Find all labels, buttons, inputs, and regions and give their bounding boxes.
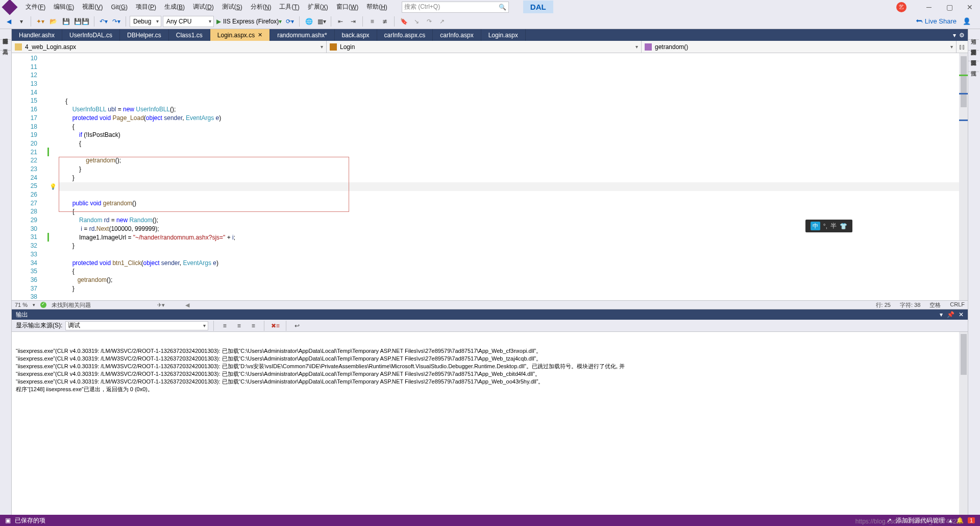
document-tab[interactable]: Handler.ashx	[12, 29, 62, 41]
output-tool-icon[interactable]: ≡	[233, 320, 244, 331]
document-tab[interactable]: carInfo.aspx.cs	[377, 29, 433, 41]
status-ins: 空格	[929, 301, 941, 309]
ime-badge[interactable]: 中 °, 半 👕	[805, 220, 852, 232]
new-item-button[interactable]: ✦▾	[35, 16, 46, 27]
minimize-button[interactable]: ─	[919, 1, 939, 14]
menu-item[interactable]: 分析(N)	[247, 1, 276, 13]
panel-close-icon[interactable]: ✕	[959, 311, 964, 318]
menu-item[interactable]: 视图(V)	[78, 1, 107, 13]
avatar[interactable]: 艺	[896, 2, 906, 12]
status-ok-icon	[40, 302, 46, 308]
save-all-button[interactable]: 💾💾	[73, 16, 90, 27]
menu-item[interactable]: 调试(D)	[189, 1, 218, 13]
output-tool-icon[interactable]: ≡	[248, 320, 259, 331]
code-editor[interactable]: 1011121314151617181920212223242526272829…	[12, 53, 968, 300]
step-out-icon[interactable]: ↗	[436, 16, 448, 27]
output-scrollbar-v[interactable]	[959, 332, 968, 518]
nav-split-icon[interactable]: ⫿⫿	[957, 41, 968, 53]
ime-lang: 中	[811, 222, 820, 230]
dal-button[interactable]: DAL	[523, 1, 553, 13]
menu-item[interactable]: 项目(P)	[132, 1, 160, 13]
nav-fwd-button[interactable]: ▾	[16, 16, 27, 27]
nav-class-label: Login	[340, 43, 355, 51]
document-tab[interactable]: Login.aspx.cs✕	[210, 29, 270, 41]
menu-item[interactable]: 编辑(E)	[50, 1, 78, 13]
comment-icon[interactable]: ≡	[366, 16, 378, 27]
nav-left-icon[interactable]: ◀	[185, 302, 189, 308]
tab-overflow-icon[interactable]: ▾	[953, 32, 956, 39]
lightbulb-icon[interactable]: 💡	[50, 182, 57, 191]
toolbar: ◀ ▾ ✦▾ 📂 💾 💾💾 ↶▾ ↷▾ Debug Any CPU ▶ IIS …	[0, 14, 980, 29]
run-button[interactable]: ▶ IIS Express (Firefox) ▾	[215, 16, 283, 27]
menu-item[interactable]: 帮助(H)	[362, 1, 391, 13]
panel-dropdown-icon[interactable]: ▾	[940, 311, 943, 318]
menu-item[interactable]: 生成(B)	[160, 1, 189, 13]
open-button[interactable]: 📂	[47, 16, 59, 27]
nav-member-combo[interactable]: getrandom()▾	[642, 41, 957, 53]
live-share-button[interactable]: ⮪ Live Share 👤	[910, 17, 977, 25]
config-combo[interactable]: Debug	[130, 16, 161, 27]
platform-combo[interactable]: Any CPU	[163, 16, 214, 27]
document-tab[interactable]: Login.aspx	[481, 29, 526, 41]
document-tab[interactable]: back.aspx	[335, 29, 377, 41]
step-into-icon[interactable]: ↘	[411, 16, 422, 27]
document-tab[interactable]: UserInfoDAL.cs	[62, 29, 120, 41]
menu-item[interactable]: 工具(T)	[275, 1, 303, 13]
nav-method-icon	[645, 43, 652, 51]
side-tab[interactable]: 属性	[968, 61, 979, 72]
search-icon: 🔍	[499, 4, 506, 11]
output-clear-icon[interactable]: ✖≡	[270, 320, 281, 331]
refresh-button[interactable]: ⟳▾	[284, 16, 296, 27]
status-saved-label: 已保存的项	[15, 516, 45, 525]
document-tab[interactable]: carInfo.aspx	[433, 29, 481, 41]
tab-close-icon[interactable]: ✕	[258, 32, 262, 38]
nav-scope-combo[interactable]: 4_web_Login.aspx▾	[12, 41, 327, 53]
side-tab[interactable]: 工具箱	[0, 40, 11, 51]
code-area[interactable]: 💡 { UserInfoBLL ubl = new UserInfoBLL();…	[59, 53, 968, 300]
output-panel-header[interactable]: 输出 ▾ 📌 ✕	[12, 309, 968, 320]
save-button[interactable]: 💾	[60, 16, 71, 27]
search-input[interactable]: 搜索 (Ctrl+Q) 🔍	[402, 2, 509, 13]
output-wrap-icon[interactable]: ↩	[291, 320, 303, 331]
indent-left-icon[interactable]: ⇤	[335, 16, 346, 27]
scroll-thumb[interactable]	[961, 56, 967, 107]
panel-pin-icon[interactable]: 📌	[947, 311, 954, 318]
zoom-combo[interactable]: 71 %	[15, 302, 28, 308]
maximize-button[interactable]: ▢	[939, 1, 960, 14]
status-eol: CRLF	[950, 301, 965, 309]
side-tab[interactable]: 通知	[968, 29, 979, 40]
vs-logo-icon	[2, 0, 17, 15]
output-tool-icon[interactable]: ≡	[219, 320, 230, 331]
bookmark-icon[interactable]: 🔖	[398, 16, 409, 27]
menu-item[interactable]: 窗口(W)	[332, 1, 362, 13]
menu-item[interactable]: Git(G)	[107, 1, 132, 13]
redo-button[interactable]: ↷▾	[111, 16, 122, 27]
indent-right-icon[interactable]: ⇥	[348, 16, 359, 27]
output-scroll-thumb[interactable]	[961, 334, 967, 375]
document-tab[interactable]: randomnum.ashx*	[270, 29, 334, 41]
output-source-combo[interactable]: 调试	[65, 321, 208, 330]
menu-item[interactable]: 扩展(X)	[304, 1, 332, 13]
tool-grid-icon[interactable]: ▦▾	[316, 16, 327, 27]
menu-item[interactable]: 测试(S)	[218, 1, 247, 13]
document-tab[interactable]: Class1.cs	[169, 29, 210, 41]
document-tab[interactable]: DBHelper.cs	[120, 29, 169, 41]
step-over-icon[interactable]: ↷	[424, 16, 435, 27]
side-tab[interactable]: 团队资源管理器	[968, 51, 979, 61]
nav-class-icon	[330, 43, 337, 51]
nav-back-button[interactable]: ◀	[3, 16, 14, 27]
uncomment-icon[interactable]: ≢	[379, 16, 390, 27]
close-button[interactable]: ✕	[960, 1, 980, 14]
nav-class-combo[interactable]: Login▾	[327, 41, 642, 53]
current-line-highlight	[59, 182, 968, 191]
menu-item[interactable]: 文件(F)	[21, 1, 50, 13]
run-label: IIS Express (Firefox)	[223, 18, 279, 25]
undo-button[interactable]: ↶▾	[98, 16, 109, 27]
tab-settings-icon[interactable]: ⚙	[959, 32, 965, 39]
editor-scrollbar[interactable]	[959, 53, 968, 300]
tool-browser-icon[interactable]: 🌐	[303, 16, 314, 27]
nav-flag-icon[interactable]: ✈▾	[157, 302, 165, 308]
side-tab[interactable]: 解决方案资源管理器	[968, 40, 979, 51]
output-text[interactable]: “iisexpress.exe”(CLR v4.0.30319: /LM/W3S…	[12, 332, 968, 526]
side-tab[interactable]: 服务器资源管理器	[0, 29, 11, 40]
